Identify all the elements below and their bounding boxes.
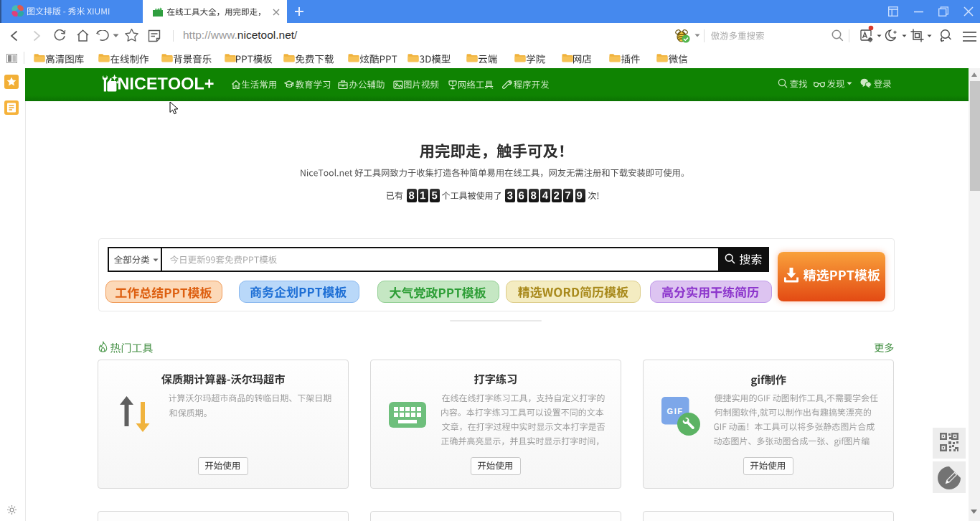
svg-text:GIF: GIF [667, 407, 684, 416]
